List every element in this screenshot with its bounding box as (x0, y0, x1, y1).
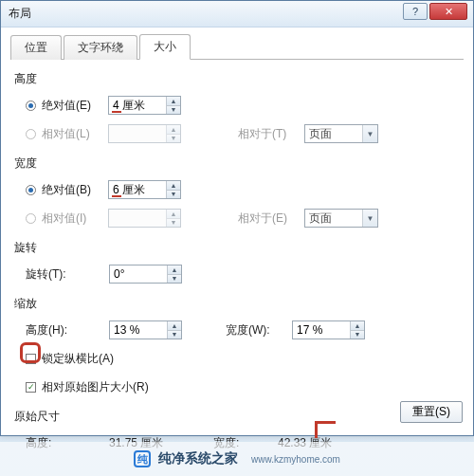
input-scale-height[interactable] (110, 321, 167, 339)
spin-up-icon[interactable]: ▲ (351, 321, 364, 331)
radio-width-absolute[interactable] (26, 185, 36, 195)
label-width-relative: 相对值(I) (42, 211, 108, 227)
watermark-sub: www.kzmyhome.com (251, 454, 340, 465)
spin-down-icon[interactable]: ▼ (351, 331, 364, 339)
label-scale-width: 宽度(W): (226, 322, 292, 339)
spin-up-icon[interactable]: ▲ (167, 181, 180, 191)
combo-width-rel-to-value: 页面 (305, 210, 362, 227)
group-rotate-title: 旋转 (14, 240, 460, 256)
spin-down-icon[interactable]: ▼ (168, 331, 181, 339)
help-button[interactable]: ? (403, 3, 428, 20)
group-height-title: 高度 (14, 71, 460, 87)
combo-height-rel-to-value: 页面 (305, 125, 362, 142)
annotation-highlight (20, 342, 41, 363)
radio-width-relative[interactable] (26, 213, 36, 224)
spinner-width-relative: ▲▼ (108, 209, 181, 228)
label-scale-height: 高度(H): (26, 322, 109, 339)
input-rotate[interactable] (110, 265, 167, 283)
chevron-down-icon: ▼ (362, 210, 377, 227)
chevron-down-icon: ▼ (362, 125, 377, 142)
label-height-rel-to: 相对于(T) (238, 126, 304, 142)
titlebar: 布局 ? ✕ (1, 1, 473, 27)
input-scale-width[interactable] (293, 321, 350, 339)
logo-icon: 纯 (134, 450, 151, 467)
label-rotate: 旋转(T): (26, 266, 109, 283)
combo-height-rel-to: 页面 ▼ (304, 124, 378, 143)
label-relative-original: 相对原始图片大小(R) (42, 379, 149, 395)
spinner-rotate[interactable]: ▲▼ (109, 265, 182, 284)
spinner-width-absolute[interactable]: ▲▼ (108, 180, 181, 199)
annotation-corner (315, 421, 336, 438)
reset-button[interactable]: 重置(S) (400, 401, 463, 423)
tab-text-wrap[interactable]: 文字环绕 (64, 35, 137, 60)
label-lock-aspect: 锁定纵横比(A) (42, 351, 114, 367)
combo-width-rel-to: 页面 ▼ (304, 209, 378, 228)
label-height-absolute: 绝对值(E) (42, 98, 108, 114)
group-width-title: 宽度 (14, 156, 460, 172)
input-width-relative (109, 210, 166, 227)
radio-height-absolute[interactable] (26, 101, 36, 111)
watermark: 纯 纯净系统之家 www.kzmyhome.com (0, 442, 474, 476)
input-height-relative (109, 125, 166, 142)
spin-up-icon[interactable]: ▲ (167, 97, 180, 106)
spin-down-icon[interactable]: ▼ (167, 106, 180, 115)
spinner-scale-width[interactable]: ▲▼ (292, 320, 365, 339)
spin-up-icon[interactable]: ▲ (168, 265, 181, 275)
checkbox-relative-original[interactable] (26, 382, 36, 393)
label-width-absolute: 绝对值(B) (42, 182, 108, 198)
close-button[interactable]: ✕ (429, 3, 467, 20)
spinner-scale-height[interactable]: ▲▼ (109, 320, 182, 339)
tab-position[interactable]: 位置 (10, 35, 62, 60)
annotation-underline (112, 111, 121, 113)
spin-down-icon[interactable]: ▼ (167, 191, 180, 199)
tabstrip: 位置 文字环绕 大小 (10, 33, 464, 60)
group-scale-title: 缩放 (14, 296, 460, 312)
label-width-rel-to: 相对于(E) (238, 211, 304, 227)
window-title: 布局 (7, 6, 31, 22)
spin-down-icon[interactable]: ▼ (168, 275, 181, 284)
spinner-height-absolute[interactable]: ▲▼ (108, 96, 181, 115)
group-original-title: 原始尺寸 (14, 409, 460, 425)
tab-size[interactable]: 大小 (139, 34, 191, 60)
label-height-relative: 相对值(L) (42, 126, 108, 142)
radio-height-relative[interactable] (26, 129, 36, 139)
annotation-underline (112, 195, 121, 197)
watermark-text: 纯净系统之家 (158, 450, 238, 467)
spin-up-icon[interactable]: ▲ (168, 321, 181, 331)
spinner-height-relative: ▲▼ (108, 124, 181, 143)
